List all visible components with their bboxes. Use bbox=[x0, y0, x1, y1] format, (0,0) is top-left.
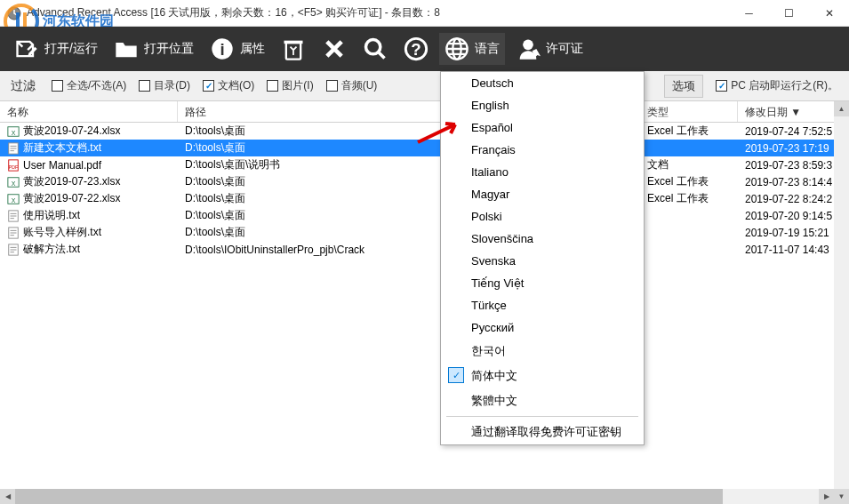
language-menu-item[interactable]: 简体中文✓ bbox=[441, 364, 644, 388]
language-menu-item[interactable]: English bbox=[441, 94, 644, 116]
language-menu-item[interactable]: 한국어 bbox=[441, 339, 644, 364]
open-location-label: 打开位置 bbox=[144, 41, 194, 57]
horizontal-scrollbar[interactable]: ◀ ▶ bbox=[0, 489, 834, 504]
file-name: 黄波2019-07-23.xlsx bbox=[23, 174, 120, 189]
scroll-down-button[interactable]: ▼ bbox=[834, 489, 849, 504]
delete-button[interactable] bbox=[316, 33, 352, 65]
language-menu-item[interactable]: Svenska bbox=[441, 250, 644, 272]
autostart-checkbox[interactable]: PC 启动即运行之(R)。 bbox=[716, 78, 838, 93]
window-title: Advanced Recent Access [16 天试用版，剩余天数：16，… bbox=[27, 5, 729, 20]
svg-text:PDF: PDF bbox=[9, 164, 19, 169]
language-menu-item[interactable]: 繁體中文 bbox=[441, 388, 644, 413]
search-icon bbox=[363, 36, 388, 61]
language-menu-item[interactable]: Deutsch bbox=[441, 72, 644, 94]
file-date: 2019-07-23 8:14:4 bbox=[738, 176, 849, 188]
document-checkbox[interactable]: 文档(O) bbox=[203, 78, 254, 93]
filter-label: 过滤 bbox=[11, 78, 36, 94]
table-row[interactable]: 破解方法.txtD:\tools\IObitUninstallerPro_pjb… bbox=[0, 241, 849, 258]
open-run-label: 打开/运行 bbox=[44, 41, 98, 57]
main-toolbar: 打开/运行 打开位置 i 属性 ? 语言 许可证 bbox=[0, 27, 849, 71]
svg-point-9 bbox=[365, 40, 380, 54]
maximize-button[interactable]: ☐ bbox=[769, 0, 809, 27]
properties-button[interactable]: i 属性 bbox=[204, 33, 270, 65]
license-icon bbox=[516, 36, 541, 61]
file-name: 破解方法.txt bbox=[23, 242, 80, 257]
svg-rect-8 bbox=[284, 41, 302, 44]
file-date: 2019-07-24 7:52:5 bbox=[738, 125, 849, 138]
header-date[interactable]: 修改日期 ▼ bbox=[738, 101, 849, 122]
svg-text:i: i bbox=[220, 40, 224, 59]
help-icon: ? bbox=[404, 36, 429, 61]
annotation-arrow-icon bbox=[416, 119, 465, 146]
file-type: Excel 工作表 bbox=[640, 174, 738, 189]
license-label: 许可证 bbox=[546, 41, 583, 57]
help-button[interactable]: ? bbox=[398, 33, 434, 65]
open-run-icon bbox=[14, 36, 39, 61]
directory-checkbox[interactable]: 目录(D) bbox=[139, 78, 190, 93]
image-checkbox[interactable]: 图片(I) bbox=[267, 78, 313, 93]
file-date: 2019-07-23 8:59:3 bbox=[738, 159, 849, 172]
audio-checkbox[interactable]: 音频(U) bbox=[326, 78, 378, 93]
language-menu-footer[interactable]: 通过翻译取得免费许可证密钥 bbox=[441, 420, 644, 444]
license-button[interactable]: 许可证 bbox=[510, 33, 589, 65]
minimize-button[interactable]: ─ bbox=[729, 0, 769, 27]
properties-label: 属性 bbox=[240, 41, 265, 57]
file-date: 2019-07-22 8:24:2 bbox=[738, 193, 849, 205]
language-menu-item[interactable]: Slovenščina bbox=[441, 228, 644, 250]
language-menu-item[interactable]: Türkçe bbox=[441, 294, 644, 316]
language-menu-item[interactable]: Español bbox=[441, 116, 644, 139]
file-name: 黄波2019-07-24.xlsx bbox=[23, 124, 120, 139]
vertical-scrollbar[interactable]: ▲ ▼ bbox=[834, 101, 849, 504]
language-label: 语言 bbox=[475, 41, 500, 57]
header-name[interactable]: 名称 bbox=[0, 101, 178, 122]
checkmark-icon: ✓ bbox=[448, 367, 464, 383]
select-all-checkbox[interactable]: 全选/不选(A) bbox=[52, 78, 126, 93]
open-run-button[interactable]: 打开/运行 bbox=[9, 33, 103, 65]
file-type: Excel 工作表 bbox=[640, 191, 738, 206]
scroll-right-button[interactable]: ▶ bbox=[819, 489, 834, 504]
x-icon bbox=[322, 36, 347, 61]
menu-separator bbox=[446, 416, 638, 417]
recycle-icon bbox=[281, 36, 306, 61]
table-row[interactable]: 账号导入样例.txtD:\tools\桌面2019-07-19 15:21 bbox=[0, 224, 849, 241]
svg-text:?: ? bbox=[411, 40, 420, 59]
scroll-up-button[interactable]: ▲ bbox=[834, 101, 849, 116]
header-type[interactable]: 类型 bbox=[640, 101, 738, 122]
globe-icon bbox=[445, 36, 469, 61]
options-label[interactable]: 选项 bbox=[664, 75, 703, 98]
language-menu-item[interactable]: Français bbox=[441, 139, 644, 161]
language-menu-item[interactable]: Tiếng Việt bbox=[441, 272, 644, 294]
svg-text:X: X bbox=[12, 129, 16, 135]
language-button[interactable]: 语言 bbox=[439, 33, 505, 65]
svg-text:X: X bbox=[12, 180, 16, 186]
table-row[interactable]: PDFUser Manual.pdfD:\tools\桌面\说明书文档2019-… bbox=[0, 156, 849, 173]
close-button[interactable]: ✕ bbox=[809, 0, 849, 27]
table-row[interactable]: 使用说明.txtD:\tools\桌面2019-07-20 9:14:5 bbox=[0, 207, 849, 224]
language-menu-item[interactable]: Italiano bbox=[441, 161, 644, 183]
scroll-thumb[interactable] bbox=[15, 489, 723, 504]
language-menu-item[interactable]: Magyar bbox=[441, 183, 644, 205]
recycle-button[interactable] bbox=[276, 33, 311, 65]
title-bar: Advanced Recent Access [16 天试用版，剩余天数：16，… bbox=[0, 0, 849, 27]
language-menu-item[interactable]: Polski bbox=[441, 205, 644, 228]
table-row[interactable]: X黄波2019-07-22.xlsxD:\tools\桌面Excel 工作表20… bbox=[0, 190, 849, 207]
language-menu: DeutschEnglishEspañolFrançaisItalianoMag… bbox=[440, 71, 645, 445]
folder-icon bbox=[114, 36, 139, 61]
info-icon: i bbox=[210, 36, 235, 61]
search-button[interactable] bbox=[357, 33, 393, 65]
file-name: 黄波2019-07-22.xlsx bbox=[23, 191, 120, 206]
svg-point-14 bbox=[523, 40, 533, 51]
file-type: Excel 工作表 bbox=[640, 124, 738, 139]
filter-bar: 过滤 全选/不选(A) 目录(D) 文档(O) 图片(I) 音频(U) 选项 P… bbox=[0, 71, 849, 101]
open-location-button[interactable]: 打开位置 bbox=[108, 33, 199, 65]
table-row[interactable]: X黄波2019-07-23.xlsxD:\tools\桌面Excel 工作表20… bbox=[0, 173, 849, 190]
svg-text:X: X bbox=[12, 196, 16, 203]
scroll-left-button[interactable]: ◀ bbox=[0, 489, 15, 504]
file-date: 2019-07-23 17:19 bbox=[738, 142, 849, 155]
file-name: 账号导入样例.txt bbox=[23, 225, 101, 240]
file-name: User Manual.pdf bbox=[23, 159, 101, 172]
file-date: 2017-11-07 14:43 bbox=[738, 244, 849, 256]
file-name: 使用说明.txt bbox=[23, 208, 80, 223]
file-type: 文档 bbox=[640, 157, 738, 172]
language-menu-item[interactable]: Русский bbox=[441, 316, 644, 339]
